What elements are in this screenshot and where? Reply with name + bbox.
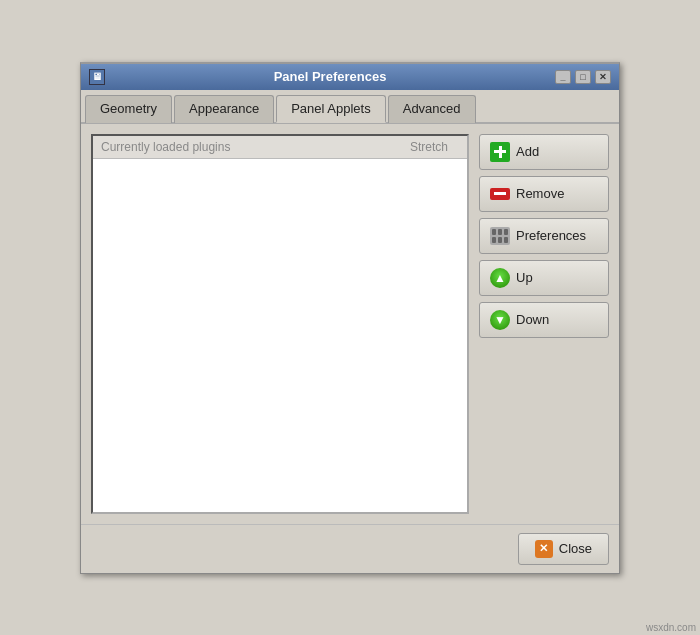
down-button[interactable]: ▼ Down: [479, 302, 609, 338]
down-icon: ▼: [490, 310, 510, 330]
minimize-button[interactable]: _: [555, 70, 571, 84]
add-icon: [490, 142, 510, 162]
preferences-button[interactable]: Preferences: [479, 218, 609, 254]
col-header-stretch: Stretch: [399, 140, 459, 154]
tab-geometry[interactable]: Geometry: [85, 95, 172, 123]
close-icon: ✕: [535, 540, 553, 558]
window-icon: 🖥: [89, 69, 105, 85]
col-header-name: Currently loaded plugins: [101, 140, 399, 154]
tab-bar: Geometry Appearance Panel Applets Advanc…: [81, 90, 619, 124]
down-label: Down: [516, 312, 549, 327]
remove-button[interactable]: Remove: [479, 176, 609, 212]
up-icon: ▲: [490, 268, 510, 288]
remove-icon: [490, 184, 510, 204]
tab-appearance[interactable]: Appearance: [174, 95, 274, 123]
plugin-list-container: Currently loaded plugins Stretch: [91, 134, 469, 514]
preferences-label: Preferences: [516, 228, 586, 243]
preferences-icon: [490, 226, 510, 246]
plugin-list-body[interactable]: [93, 159, 467, 512]
plugin-list-header: Currently loaded plugins Stretch: [93, 136, 467, 159]
tab-panel-applets[interactable]: Panel Applets: [276, 95, 386, 123]
close-label: Close: [559, 541, 592, 556]
up-button[interactable]: ▲ Up: [479, 260, 609, 296]
add-button[interactable]: Add: [479, 134, 609, 170]
close-button[interactable]: ✕ Close: [518, 533, 609, 565]
up-label: Up: [516, 270, 533, 285]
close-window-button[interactable]: ✕: [595, 70, 611, 84]
watermark: wsxdn.com: [646, 622, 696, 633]
titlebar: 🖥 Panel Preferences _ □ ✕: [81, 64, 619, 90]
remove-label: Remove: [516, 186, 564, 201]
footer: ✕ Close: [81, 524, 619, 573]
tab-advanced[interactable]: Advanced: [388, 95, 476, 123]
panel-applets-panel: Currently loaded plugins Stretch Add: [91, 134, 609, 514]
titlebar-controls: _ □ ✕: [555, 70, 611, 84]
window-title: Panel Preferences: [105, 69, 555, 84]
maximize-button[interactable]: □: [575, 70, 591, 84]
action-buttons: Add Remove: [479, 134, 609, 514]
main-window: 🖥 Panel Preferences _ □ ✕ Geometry Appea…: [80, 62, 620, 574]
tab-content: Currently loaded plugins Stretch Add: [81, 124, 619, 524]
add-label: Add: [516, 144, 539, 159]
